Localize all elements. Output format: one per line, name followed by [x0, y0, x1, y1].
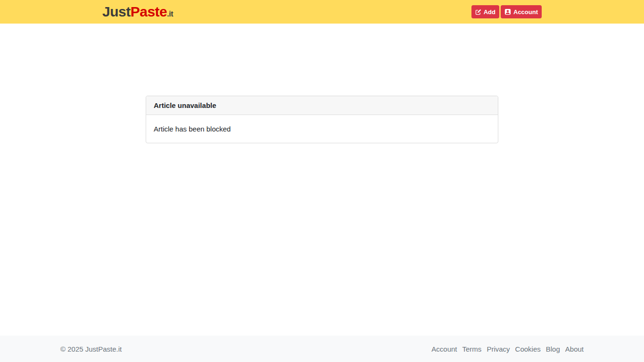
footer-link-blog[interactable]: Blog — [546, 345, 560, 353]
edit-icon — [475, 9, 481, 15]
logo-part-tld: .it — [167, 10, 173, 18]
account-button-label: Account — [513, 9, 538, 15]
footer-links: Account Terms Privacy Cookies Blog About — [431, 345, 584, 353]
copyright-text: © 2025 JustPaste.it — [60, 345, 122, 353]
footer-link-terms[interactable]: Terms — [462, 345, 482, 353]
page-footer: © 2025 JustPaste.it Account Terms Privac… — [0, 336, 644, 362]
header-container: JustPaste.it Add — [102, 0, 542, 24]
account-button[interactable]: Account — [501, 5, 542, 18]
card-title: Article unavailable — [146, 96, 498, 115]
footer-link-privacy[interactable]: Privacy — [487, 345, 510, 353]
header-buttons: Add Account — [471, 5, 542, 18]
article-unavailable-card: Article unavailable Article has been blo… — [146, 96, 498, 143]
footer-link-account[interactable]: Account — [431, 345, 457, 353]
user-card-icon — [504, 8, 511, 15]
top-header-bar: JustPaste.it Add — [0, 0, 644, 24]
logo-part-paste: Paste — [131, 4, 167, 19]
footer-link-about[interactable]: About — [565, 345, 584, 353]
justpaste-logo[interactable]: JustPaste.it — [102, 5, 173, 19]
footer-container: © 2025 JustPaste.it Account Terms Privac… — [60, 345, 584, 353]
main-content: Article unavailable Article has been blo… — [0, 24, 644, 336]
add-button[interactable]: Add — [471, 5, 499, 18]
footer-link-cookies[interactable]: Cookies — [515, 345, 541, 353]
card-message: Article has been blocked — [146, 115, 498, 143]
add-button-label: Add — [484, 9, 495, 15]
logo-part-just: Just — [102, 4, 131, 19]
